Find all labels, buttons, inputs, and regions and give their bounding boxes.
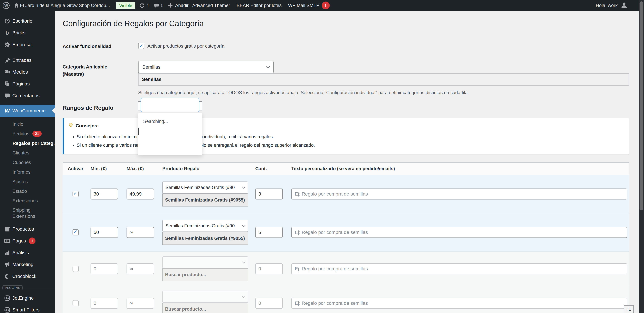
max-amount-input[interactable] [126,298,154,309]
wordpress-logo-icon[interactable]: W [3,2,10,9]
row-enable-checkbox[interactable] [72,266,79,272]
sidebar-item-escritorio[interactable]: Escritorio [0,15,55,27]
sidebar-item-jetengine[interactable]: Jet JetEngine [0,292,55,304]
enable-checkbox-label[interactable]: Activar productos gratis por categoría [148,43,224,49]
header-texto: Texto personalizado (se verá en pedido/e… [291,166,629,171]
max-amount-input[interactable] [126,227,154,238]
submenu-item-shipping-extensions[interactable]: Shipping Extensions [0,206,55,221]
comments-indicator[interactable]: 0 [153,2,164,9]
woocommerce-submenu: Inicio Pedidos 21 Regalos por Categ. Cli… [0,117,55,223]
sidebar-item-analisis[interactable]: Análisis [0,247,55,259]
product-selected-box[interactable]: Semillas Feminizadas Gratis (#9055) [162,193,248,206]
chevron-down-icon [266,65,270,68]
browser-status-tooltip: ::1 [624,305,634,313]
enable-checkbox[interactable]: ✓ [138,43,144,49]
submenu-item-pedidos[interactable]: Pedidos 21 [0,129,55,139]
sidebar-item-bricks[interactable]: b Bricks [0,27,55,39]
custom-text-input[interactable] [291,298,627,309]
scrollbar-thumb[interactable] [640,1,643,210]
table-row: ✓ Semillas Feminizadas Gratis (#90 Semil… [62,175,629,213]
product-cell: Semillas Feminizadas Gratis (#90 Semilla… [162,181,248,206]
chevron-down-icon [242,260,246,263]
quantity-input[interactable] [255,263,283,274]
category-selected-box[interactable]: Semillas [138,73,629,86]
sidebar-item-productos[interactable]: Productos [0,223,55,235]
user-avatar-icon[interactable] [621,1,628,9]
dashboard-icon [4,18,11,24]
jetengine-icon: Jet [4,295,11,301]
comment-icon [4,93,11,99]
min-amount-input[interactable] [90,263,118,274]
table-row: Buscar producto... [62,286,629,313]
custom-text-input[interactable] [291,263,627,274]
custom-text-input[interactable] [291,227,627,238]
max-amount-input[interactable] [126,263,154,274]
quantity-input[interactable] [255,298,283,309]
min-amount-input[interactable] [90,188,118,199]
header-min: Mín. (€) [90,166,126,171]
chevron-down-icon [242,294,246,298]
text-cursor [138,128,139,135]
adminbar-link-wp-mail-smtp[interactable]: WP Mail SMTP [288,3,320,8]
searching-status: Searching... [138,113,202,124]
submenu-item-regalos-por-categ[interactable]: Regalos por Categ. [0,139,55,148]
min-amount-input[interactable] [90,298,118,309]
pedidos-count-badge: 21 [32,131,42,137]
chevron-down-icon [242,223,246,227]
category-select[interactable]: Semillas [138,61,274,73]
product-search-box[interactable]: Buscar producto... [162,303,248,313]
row-enable-checkbox[interactable] [72,191,79,197]
page-title: Configuración de Regalos por Categoría [62,19,629,28]
site-menu[interactable]: El Jardín de la Alegría Grow Shop Córdob… [13,2,110,9]
update-icon [139,2,145,9]
product-select[interactable]: Semillas Feminizadas Gratis (#90 [162,181,248,193]
product-select[interactable]: Semillas Feminizadas Gratis (#90 [162,220,248,232]
custom-text-input[interactable] [291,188,627,199]
user-greeting[interactable]: Hola, work [596,3,618,8]
sidebar-item-crocoblock[interactable]: Crocoblock [0,270,55,282]
sidebar-item-pagos[interactable]: $ Pagos 1 [0,235,55,247]
sidebar-item-entradas[interactable]: Entradas [0,54,55,66]
quantity-input[interactable] [255,227,283,238]
new-content-menu[interactable]: Añadir [167,2,188,9]
submenu-item-clientes[interactable]: Clientes [0,148,55,158]
product-search-box[interactable]: Buscar producto... [162,268,248,281]
updates-indicator[interactable]: 1 [139,2,149,9]
product-select[interactable] [162,256,248,268]
submenu-item-cupones[interactable]: Cupones [0,158,55,167]
min-amount-input[interactable] [90,227,118,238]
new-content-label: Añadir [175,3,188,8]
pagos-count-badge: 1 [29,237,36,244]
chevron-down-icon [242,185,246,189]
product-select[interactable] [162,291,248,303]
admin-bar: W El Jardín de la Alegría Grow Shop Córd… [0,0,644,11]
category-setting-label: Categoría Aplicable (Maestra) [62,61,138,95]
submenu-item-inicio[interactable]: Inicio [0,119,55,129]
visible-badge[interactable]: Visible [116,2,135,9]
sidebar-item-paginas[interactable]: Páginas [0,78,55,90]
submenu-item-ajustes[interactable]: Ajustes [0,177,55,186]
sidebar-item-marketing[interactable]: Marketing [0,259,55,270]
row-enable-checkbox[interactable] [72,300,79,306]
sidebar-item-woocommerce[interactable]: W WooCommerce [0,105,55,117]
max-amount-input[interactable] [126,188,154,199]
submenu-item-extensiones[interactable]: Extensiones [0,196,55,206]
sidebar-item-smart-filters[interactable]: Jet Smart Filters [0,304,55,313]
adminbar-link-advanced-themer[interactable]: Advanced Themer [192,3,230,8]
lightbulb-icon [68,122,74,129]
admin-bar-right: Hola, work [596,1,644,9]
row-enable-checkbox[interactable] [72,229,79,235]
category-search-input-focused[interactable] [140,98,200,112]
vertical-scrollbar[interactable] [639,0,644,313]
sidebar-item-comentarios[interactable]: Comentarios [0,90,55,102]
table-row: ✓ Semillas Feminizadas Gratis (#90 Semil… [62,213,629,252]
submenu-item-informes[interactable]: Informes [0,167,55,177]
quantity-input[interactable] [255,188,283,199]
sidebar-item-medios[interactable]: Medios [0,66,55,78]
site-name[interactable]: El Jardín de la Alegría Grow Shop Córdob… [20,3,110,8]
bar-chart-icon [4,250,11,256]
submenu-item-estado[interactable]: Estado [0,186,55,196]
product-selected-box[interactable]: Semillas Feminizadas Gratis (#9055) [162,232,248,245]
adminbar-link-bear-editor[interactable]: BEAR Editor por lotes [236,3,282,8]
sidebar-item-empresa[interactable]: Empresa [0,39,55,50]
